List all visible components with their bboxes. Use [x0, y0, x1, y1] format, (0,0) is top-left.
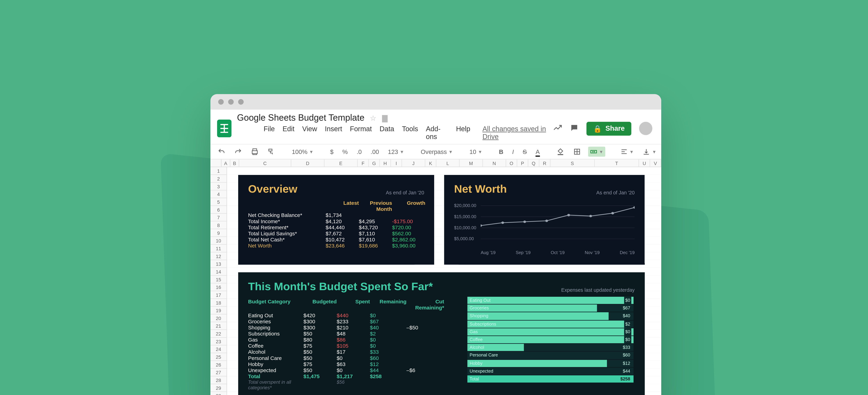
row-10[interactable]: 10 — [210, 237, 226, 245]
col-L[interactable]: L — [436, 160, 460, 167]
folder-icon[interactable]: ▇ — [382, 114, 388, 122]
col-U[interactable]: U — [639, 160, 650, 167]
share-button[interactable]: 🔒 Share — [587, 122, 631, 135]
traffic-light-close[interactable] — [218, 99, 224, 105]
activity-icon[interactable] — [553, 123, 562, 134]
row-15[interactable]: 15 — [210, 276, 226, 284]
menu-edit[interactable]: Edit — [282, 125, 294, 140]
col-D[interactable]: D — [291, 160, 324, 167]
col-S[interactable]: S — [551, 160, 595, 167]
v-align-button[interactable]: ▼ — [641, 146, 658, 157]
menu-add-ons[interactable]: Add-ons — [426, 125, 448, 140]
row-14[interactable]: 14 — [210, 268, 226, 276]
row-1[interactable]: 1 — [210, 167, 226, 175]
menu-help[interactable]: Help — [456, 125, 470, 140]
col-G[interactable]: G — [369, 160, 380, 167]
row-8[interactable]: 8 — [210, 222, 226, 229]
overview-cell — [359, 212, 392, 218]
row-11[interactable]: 11 — [210, 245, 226, 253]
print-button[interactable] — [249, 146, 260, 157]
col-A[interactable]: A — [221, 160, 230, 167]
font-dropdown[interactable]: Overpass▼ — [419, 147, 455, 156]
more-formats-dropdown[interactable]: 123▼ — [386, 147, 406, 156]
comments-icon[interactable] — [570, 123, 579, 134]
fill-color-button[interactable] — [555, 146, 566, 157]
menu-file[interactable]: File — [264, 125, 275, 140]
row-18[interactable]: 18 — [210, 299, 226, 307]
row-4[interactable]: 4 — [210, 190, 226, 198]
row-5[interactable]: 5 — [210, 198, 226, 206]
menu-tools[interactable]: Tools — [402, 125, 418, 140]
col-T[interactable]: T — [595, 160, 639, 167]
row-2[interactable]: 2 — [210, 175, 226, 183]
col-B[interactable]: B — [230, 160, 239, 167]
row-16[interactable]: 16 — [210, 284, 226, 291]
traffic-light-minimize[interactable] — [228, 99, 234, 105]
col-K[interactable]: K — [425, 160, 436, 167]
row-26[interactable]: 26 — [210, 361, 226, 369]
col-O[interactable]: O — [506, 160, 517, 167]
italic-button[interactable]: I — [510, 147, 516, 156]
row-20[interactable]: 20 — [210, 315, 226, 322]
menu-insert[interactable]: Insert — [325, 125, 342, 140]
chart-y-tick: $20,000.00 — [454, 203, 476, 208]
row-6[interactable]: 6 — [210, 206, 226, 214]
col-N[interactable]: N — [483, 160, 506, 167]
row-29[interactable]: 29 — [210, 384, 226, 392]
saved-status[interactable]: All changes saved in Drive — [483, 125, 553, 140]
row-3[interactable]: 3 — [210, 183, 226, 191]
col-C[interactable]: C — [239, 160, 291, 167]
row-21[interactable]: 21 — [210, 322, 226, 330]
column-headers[interactable]: ABCDEFGHIJKLMNOPQRSTUV — [210, 160, 661, 167]
increase-decimal-button[interactable]: .00 — [369, 147, 381, 156]
row-headers[interactable]: 1234567891011121314151617181920212223242… — [210, 167, 227, 395]
sheet-canvas[interactable]: Overview As end of Jan '20 LatestPreviou… — [227, 167, 661, 395]
merge-cells-button[interactable]: ▼ — [588, 146, 605, 157]
col-M[interactable]: M — [460, 160, 483, 167]
col-I[interactable]: I — [391, 160, 402, 167]
row-12[interactable]: 12 — [210, 253, 226, 260]
col-H[interactable]: H — [380, 160, 391, 167]
user-avatar[interactable] — [639, 122, 652, 135]
strikethrough-button[interactable]: S — [521, 147, 529, 156]
star-icon[interactable]: ☆ — [370, 114, 376, 122]
budget-total-cell — [406, 373, 444, 379]
paint-format-button[interactable] — [266, 146, 277, 157]
doc-title[interactable]: Google Sheets Budget Template — [237, 113, 364, 123]
col-E[interactable]: E — [324, 160, 358, 167]
sheets-logo-icon[interactable] — [217, 120, 231, 137]
row-17[interactable]: 17 — [210, 291, 226, 299]
col-V[interactable]: V — [650, 160, 661, 167]
borders-button[interactable] — [571, 146, 582, 157]
menu-view[interactable]: View — [302, 125, 317, 140]
decrease-decimal-button[interactable]: .0 — [355, 147, 363, 156]
undo-button[interactable] — [216, 146, 227, 157]
text-color-button[interactable]: A — [534, 147, 541, 156]
row-25[interactable]: 25 — [210, 353, 226, 361]
col-Q[interactable]: Q — [528, 160, 539, 167]
percent-button[interactable]: % — [341, 147, 349, 156]
traffic-light-zoom[interactable] — [238, 99, 244, 105]
redo-button[interactable] — [232, 146, 244, 157]
menu-data[interactable]: Data — [380, 125, 394, 140]
font-size-dropdown[interactable]: 10▼ — [468, 147, 484, 156]
bold-button[interactable]: B — [497, 147, 505, 156]
row-7[interactable]: 7 — [210, 213, 226, 222]
row-30[interactable]: 30 — [210, 392, 226, 395]
row-24[interactable]: 24 — [210, 345, 226, 353]
row-19[interactable]: 19 — [210, 307, 226, 315]
currency-button[interactable]: $ — [329, 147, 335, 156]
col-R[interactable]: R — [539, 160, 551, 167]
h-align-button[interactable]: ▼ — [618, 146, 636, 157]
row-23[interactable]: 23 — [210, 338, 226, 345]
col-P[interactable]: P — [517, 160, 528, 167]
col-J[interactable]: J — [402, 160, 425, 167]
row-22[interactable]: 22 — [210, 330, 226, 338]
menu-format[interactable]: Format — [350, 125, 372, 140]
row-27[interactable]: 27 — [210, 369, 226, 376]
row-9[interactable]: 9 — [210, 229, 226, 237]
col-F[interactable]: F — [358, 160, 369, 167]
row-13[interactable]: 13 — [210, 260, 226, 268]
row-28[interactable]: 28 — [210, 376, 226, 384]
zoom-dropdown[interactable]: 100%▼ — [290, 147, 315, 156]
